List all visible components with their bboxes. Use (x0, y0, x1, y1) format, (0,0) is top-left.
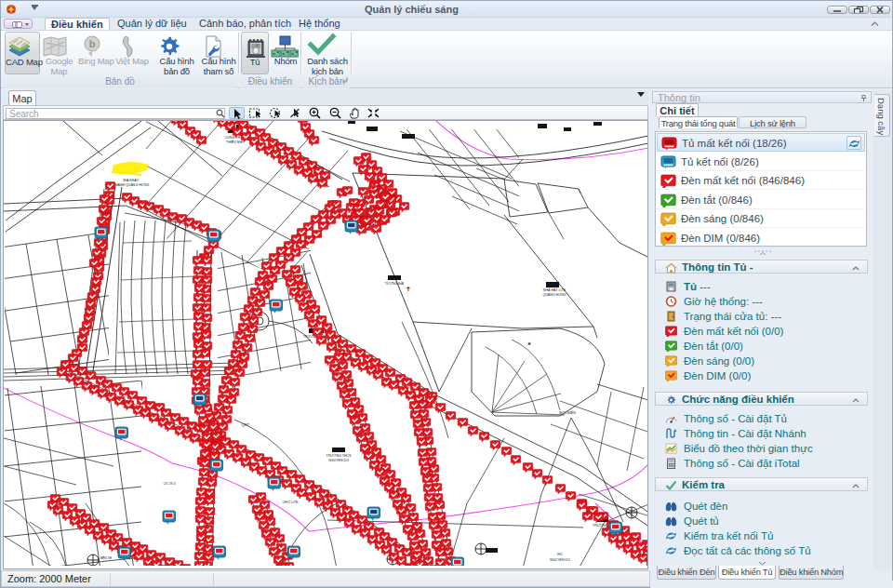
svg-text:HỒ: HỒ (557, 552, 563, 556)
svg-text:★: ★ (527, 341, 532, 346)
svg-text:NHÀ HÁT LỚN: NHÀ HÁT LỚN (543, 287, 566, 292)
svg-text:CV 29-3: CV 29-3 (163, 482, 175, 486)
svg-text:TRƯỜNG THCS: TRƯỜNG THCS (326, 453, 352, 458)
svg-text:b: b (89, 38, 96, 49)
svg-text:TƯỢNG ĐÀI: TƯỢNG ĐÀI (385, 282, 405, 286)
svg-text:BẾN XE: BẾN XE (100, 555, 113, 560)
svg-text:THIẾU NHI: THIẾU NHI (226, 140, 243, 144)
svg-text:QRT: QRT (242, 422, 250, 427)
svg-text:NGUYỄN DU: NGUYỄN DU (550, 557, 570, 562)
svg-text:CHỢ LỚN: CHỢ LỚN (283, 500, 299, 504)
svg-text:BƯU ĐIỆN: BƯU ĐIỆN (559, 410, 576, 415)
svg-text:NGUYỄN DU: NGUYỄN DU (328, 458, 349, 462)
svg-text:QUẢNG HƯNG: QUẢNG HƯNG (542, 292, 566, 297)
svg-text:BIA KHẢO: BIA KHẢO (124, 178, 140, 182)
svg-text:THÀNH QUẢNG HƯNG: THÀNH QUẢNG HƯNG (113, 182, 150, 187)
svg-text:✝: ✝ (406, 286, 411, 292)
